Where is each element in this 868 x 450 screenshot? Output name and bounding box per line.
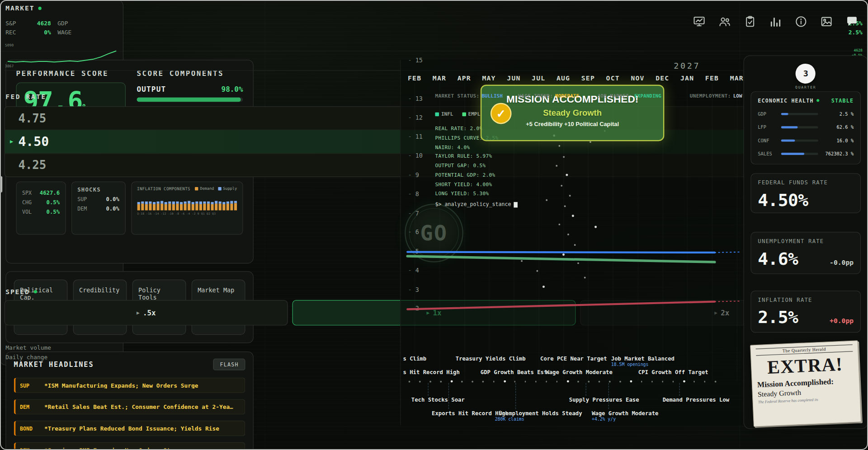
output-label: OUTPUT [137, 85, 166, 94]
headline-tag: SUP [20, 382, 40, 388]
timeline-dot [472, 381, 473, 382]
legend-swatch-icon [218, 187, 221, 190]
unemployment-delta: -0.0pp [830, 258, 854, 266]
headlines-title: MARKET HEADLINES [14, 361, 94, 369]
indicator-line: NAIRU: 4.0% [435, 143, 498, 152]
market-title-label: MARKET [5, 5, 34, 12]
headline-tag: DEM [20, 404, 40, 410]
legend-swatch-icon [462, 112, 466, 116]
sparkline-chart [7, 44, 118, 70]
flash-button[interactable]: FLASH [213, 359, 245, 370]
speed-half-button[interactable]: .5x [5, 300, 288, 325]
timeline-dot [567, 380, 569, 383]
inflation-rate-label: INFLATION RATE [758, 297, 854, 303]
timeline-dot [409, 381, 410, 382]
particle-dot [563, 156, 564, 157]
timeline-dot [429, 381, 431, 382]
indicator-line: SHORT YIELD: 4.00% [435, 180, 498, 189]
headline-tag: BOND [20, 425, 40, 431]
market-title: MARKET [5, 5, 42, 12]
chart-event-label: Supply Pressures Ease [569, 397, 639, 403]
particle-dot [562, 253, 564, 255]
quarter-number: 3 [796, 64, 816, 84]
event-connector-line [609, 383, 609, 409]
chart-legend: INFLEMPL [435, 111, 480, 117]
health-dot-icon [816, 99, 819, 102]
timeline-dot [683, 380, 685, 383]
timeline-dot [620, 381, 621, 382]
headline-tag: DEM [20, 447, 40, 450]
gdp-label: GDP [57, 20, 82, 27]
clipboard-check-icon[interactable] [743, 15, 756, 28]
event-connector-line [428, 383, 429, 396]
indicator-line: LONG YIELD: 5.30% [435, 189, 498, 198]
health-metric-row: LFP62.6 % [758, 125, 854, 130]
legend-item: Supply [218, 186, 237, 191]
output-value: 98.0% [222, 85, 243, 94]
health-metric-row: SALES762302.3 % [758, 151, 854, 156]
timeline-dot [419, 381, 420, 382]
particle-dot [567, 234, 569, 235]
particle-dot [577, 262, 579, 264]
particle-dot [546, 199, 547, 201]
timeline-dot [525, 381, 526, 382]
unemployment-value: 4.6% [758, 248, 798, 268]
chart-event-label: Unemployment Holds Steady [499, 410, 582, 416]
chart-event-label: Treasury Yields Climb [456, 356, 526, 361]
bar-chart-icon[interactable] [769, 15, 782, 28]
metric-bar [781, 140, 818, 142]
event-sublabel: +4.2% y/y [592, 417, 616, 422]
particle-dot [572, 215, 574, 216]
spx-label: SPX [22, 190, 32, 196]
chart-event-label: Demand Pressures Low [663, 397, 729, 403]
metric-label: SALES [758, 151, 777, 156]
metric-bar-fill [781, 153, 804, 155]
terminal-prompt[interactable]: $> analyze_policy_stance [435, 201, 518, 207]
volume-label: Market volume [5, 344, 51, 351]
main-chart: FEBMARAPRMAYJUNJULAUGSEPOCTNOVDECJANFEBM… [400, 60, 743, 425]
event-connector-line [448, 383, 449, 409]
headline-item: BOND*Treasury Plans Reduced Bond Issuanc… [14, 421, 245, 436]
edge-scrollbar[interactable] [0, 176, 2, 193]
event-sublabel: 280K claims [495, 417, 524, 422]
timeline-dot [672, 381, 674, 382]
headline-list: SUP*ISM Manufacturing Expands; New Order… [14, 378, 245, 450]
chat-icon[interactable] [845, 15, 859, 28]
users-icon[interactable] [718, 15, 731, 28]
newspaper[interactable]: The Quarterly Herald EXTRA! Mission Acco… [752, 342, 860, 424]
particle-dot [564, 206, 566, 207]
event-connector-line [586, 383, 586, 396]
particle-dot [537, 270, 538, 272]
change-label: Daily change [5, 354, 47, 361]
wage-value: 2.5% [82, 29, 863, 36]
legend-swatch-icon [195, 187, 198, 190]
chart-event-label: Exports Hit Record High [432, 410, 509, 416]
particle-dot [556, 165, 557, 166]
inflation-components-title: INFLATION COMPONENTS [137, 186, 190, 191]
timeline-dot [535, 381, 537, 382]
metric-bar [781, 126, 818, 128]
timeline-dot [577, 381, 579, 382]
legend-label: INFL [441, 111, 453, 117]
info-icon[interactable] [794, 15, 807, 28]
chart-event-label: Wage Growth Moderate [546, 369, 612, 375]
indicator-line: TAYLOR RULE: 5.97% [435, 152, 498, 161]
chart-event-label: Tech Stocks Soar [411, 397, 465, 403]
speed-title-label: SPEED [5, 288, 29, 295]
timeline-dot [482, 381, 484, 382]
presentation-chart-icon[interactable] [693, 15, 706, 28]
toolbar [693, 15, 859, 28]
mission-banner[interactable]: MISSION ACCOMPLISHED! Steady Growth +5 C… [481, 84, 665, 141]
sp-label: S&P [5, 20, 24, 27]
metric-label: GDP [758, 111, 777, 117]
metric-value: 2.5 % [823, 111, 854, 117]
particle-dot [566, 174, 567, 176]
image-icon[interactable] [820, 15, 833, 28]
rec-label: REC [5, 29, 24, 36]
speed-live-dot-icon [33, 290, 37, 293]
output-progress-fill [137, 98, 241, 102]
headline-item: DEM*Services PMI Expands; New Orders Str… [14, 442, 245, 450]
chart-event-label: Wage Growth Moderate [592, 410, 658, 416]
unemployment-rate-box: UNEMPLOYMENT RATE 4.6% -0.0pp [750, 232, 861, 274]
ffr-label: FEDERAL FUNDS RATE [758, 179, 854, 185]
